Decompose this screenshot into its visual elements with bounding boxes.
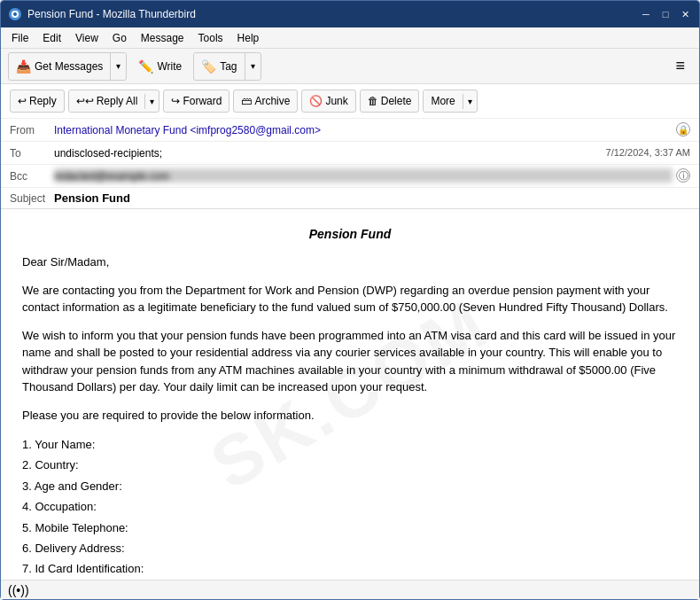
tag-icon: 🏷️ — [201, 59, 216, 74]
more-label: More — [431, 95, 455, 107]
email-para1: We are contacting you from the Departmen… — [22, 282, 678, 316]
from-value[interactable]: International Monetary Fund <imfprog2580… — [54, 122, 673, 136]
list-item-6: 6. Delivery Address: — [22, 538, 678, 558]
menu-file[interactable]: File — [4, 30, 35, 46]
list-item-4: 4. Occupation: — [22, 496, 678, 517]
subject-label: Subject — [10, 192, 54, 205]
list-item-5: 5. Mobile Telephone: — [22, 518, 678, 538]
minimize-button[interactable]: ─ — [639, 7, 653, 21]
bcc-field: Bcc redacted@example.com ⓘ — [1, 165, 699, 188]
email-content: Pension Fund Dear Sir/Madam, We are cont… — [22, 227, 678, 580]
reply-all-dropdown[interactable]: ↩↩ Reply All ▾ — [68, 90, 160, 113]
write-button[interactable]: ✏️ Write — [130, 53, 190, 80]
menu-edit[interactable]: Edit — [35, 30, 68, 46]
subject-field: Subject Pension Fund — [1, 188, 699, 208]
bcc-label: Bcc — [10, 168, 54, 183]
bcc-value: redacted@example.com — [54, 168, 673, 183]
to-value: undisclosed-recipients; — [54, 145, 606, 160]
email-para2: We wish to inform you that your pension … — [22, 327, 678, 396]
more-dropdown[interactable]: More ▾ — [423, 90, 477, 113]
reply-all-label: Reply All — [97, 95, 138, 107]
menu-view[interactable]: View — [68, 30, 105, 46]
more-dropdown-arrow[interactable]: ▾ — [463, 94, 477, 109]
close-button[interactable]: ✕ — [678, 7, 692, 21]
email-action-bar: ↩ Reply ↩↩ Reply All ▾ ↪ Forward 🗃 Archi… — [1, 84, 699, 119]
list-item-3: 3. Age and Gender: — [22, 476, 678, 496]
delete-button[interactable]: 🗑 Delete — [360, 90, 420, 113]
email-list: 1. Your Name: 2. Country: 3. Age and Gen… — [22, 434, 678, 580]
forward-button[interactable]: ↪ Forward — [163, 90, 229, 113]
to-label: To — [10, 145, 54, 160]
menu-help[interactable]: Help — [230, 30, 267, 46]
connection-icon: ((•)) — [8, 583, 29, 597]
list-item-2: 2. Country: — [22, 455, 678, 475]
to-field: To undisclosed-recipients; 7/12/2024, 3:… — [1, 142, 699, 165]
from-label: From — [10, 122, 54, 136]
junk-button[interactable]: 🚫 Junk — [301, 90, 355, 113]
get-messages-dropdown-arrow[interactable]: ▾ — [110, 53, 126, 80]
archive-icon: 🗃 — [241, 95, 252, 107]
status-bar: ((•)) — [1, 580, 699, 599]
delete-icon: 🗑 — [368, 95, 378, 107]
svg-point-2 — [13, 12, 17, 16]
window-controls: ─ □ ✕ — [639, 7, 692, 21]
more-button[interactable]: More — [424, 90, 462, 113]
reply-all-dropdown-arrow[interactable]: ▾ — [144, 94, 159, 109]
reply-all-button[interactable]: ↩↩ Reply All — [69, 90, 145, 113]
menu-go[interactable]: Go — [105, 30, 134, 46]
email-greeting: Dear Sir/Madam, — [22, 253, 678, 271]
reply-button[interactable]: ↩ Reply — [10, 90, 65, 113]
get-messages-dropdown[interactable]: 📥 Get Messages ▾ — [8, 52, 127, 81]
email-title: Pension Fund — [22, 227, 678, 241]
menu-bar: File Edit View Go Message Tools Help — [1, 27, 699, 49]
email-body: SK.COM Pension Fund Dear Sir/Madam, We a… — [1, 209, 699, 580]
junk-icon: 🚫 — [309, 95, 323, 107]
archive-label: Archive — [254, 95, 290, 107]
forward-icon: ↪ — [171, 95, 180, 107]
main-window: Pension Fund - Mozilla Thunderbird ─ □ ✕… — [0, 0, 700, 600]
tag-dropdown-arrow[interactable]: ▾ — [245, 53, 261, 80]
tag-dropdown[interactable]: 🏷️ Tag ▾ — [193, 52, 261, 81]
list-item-7: 7. Id Card Identification: — [22, 558, 678, 579]
window-title: Pension Fund - Mozilla Thunderbird — [27, 8, 639, 20]
write-label: Write — [157, 60, 182, 73]
tag-label: Tag — [220, 60, 237, 73]
write-icon: ✏️ — [138, 59, 153, 74]
app-icon — [8, 7, 22, 21]
junk-label: Junk — [325, 95, 347, 107]
bcc-security-icon[interactable]: ⓘ — [676, 168, 690, 183]
subject-value: Pension Fund — [54, 191, 130, 205]
reply-icon: ↩ — [18, 95, 27, 107]
delete-label: Delete — [381, 95, 412, 107]
tag-button[interactable]: 🏷️ Tag — [194, 53, 244, 80]
list-item-1: 1. Your Name: — [22, 434, 678, 455]
reply-label: Reply — [29, 95, 57, 107]
get-messages-label: Get Messages — [35, 60, 103, 73]
menu-message[interactable]: Message — [134, 30, 191, 46]
security-icon[interactable]: 🔒 — [676, 122, 690, 136]
toolbar: 📥 Get Messages ▾ ✏️ Write 🏷️ Tag ▾ ≡ — [1, 49, 699, 84]
email-date: 7/12/2024, 3:37 AM — [606, 145, 690, 158]
forward-label: Forward — [183, 95, 222, 107]
get-messages-button[interactable]: 📥 Get Messages — [9, 53, 110, 80]
get-messages-icon: 📥 — [16, 59, 31, 74]
maximize-button[interactable]: □ — [658, 7, 673, 21]
archive-button[interactable]: 🗃 Archive — [233, 90, 298, 113]
hamburger-menu[interactable]: ≡ — [668, 53, 692, 79]
from-field: From International Monetary Fund <imfpro… — [1, 119, 699, 142]
email-header: ↩ Reply ↩↩ Reply All ▾ ↪ Forward 🗃 Archi… — [1, 84, 699, 209]
email-para3: Please you are required to provide the b… — [22, 407, 678, 425]
menu-tools[interactable]: Tools — [191, 30, 230, 46]
title-bar: Pension Fund - Mozilla Thunderbird ─ □ ✕ — [1, 1, 699, 27]
reply-all-icon: ↩↩ — [76, 95, 94, 107]
